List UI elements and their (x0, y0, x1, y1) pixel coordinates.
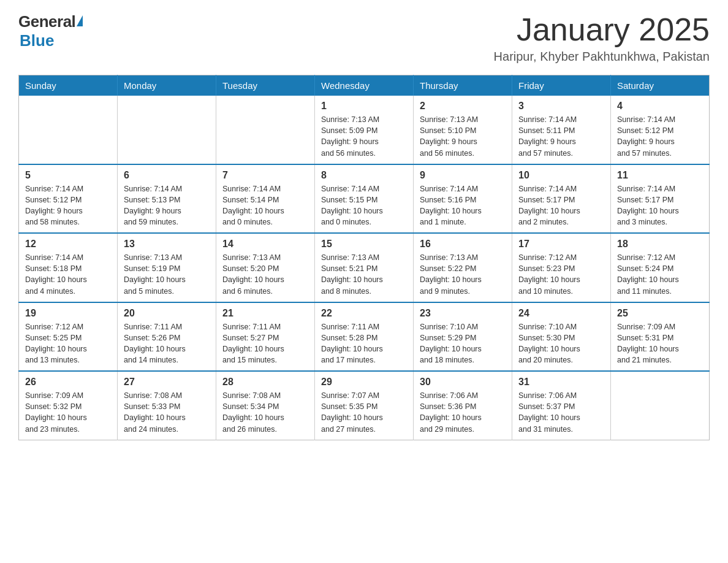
day-info: Sunrise: 7:14 AM Sunset: 5:18 PM Dayligh… (25, 252, 111, 297)
logo-general-text: General (18, 12, 75, 31)
header-tuesday: Tuesday (216, 75, 315, 96)
day-info: Sunrise: 7:14 AM Sunset: 5:13 PM Dayligh… (124, 183, 210, 228)
calendar-day-6: 6Sunrise: 7:14 AM Sunset: 5:13 PM Daylig… (118, 164, 216, 234)
calendar-day-30: 30Sunrise: 7:06 AM Sunset: 5:36 PM Dayli… (414, 371, 512, 440)
day-info: Sunrise: 7:09 AM Sunset: 5:32 PM Dayligh… (25, 390, 111, 435)
calendar-day-13: 13Sunrise: 7:13 AM Sunset: 5:19 PM Dayli… (118, 233, 216, 302)
calendar-day-28: 28Sunrise: 7:08 AM Sunset: 5:34 PM Dayli… (216, 371, 315, 440)
day-number: 31 (518, 377, 604, 388)
day-info: Sunrise: 7:13 AM Sunset: 5:22 PM Dayligh… (420, 252, 506, 297)
calendar-day-5: 5Sunrise: 7:14 AM Sunset: 5:12 PM Daylig… (19, 164, 118, 234)
day-info: Sunrise: 7:10 AM Sunset: 5:30 PM Dayligh… (518, 321, 604, 366)
calendar-day-27: 27Sunrise: 7:08 AM Sunset: 5:33 PM Dayli… (118, 371, 216, 440)
day-info: Sunrise: 7:13 AM Sunset: 5:19 PM Dayligh… (124, 252, 210, 297)
calendar-day-1: 1Sunrise: 7:13 AM Sunset: 5:09 PM Daylig… (315, 96, 414, 164)
day-info: Sunrise: 7:14 AM Sunset: 5:11 PM Dayligh… (518, 114, 604, 159)
day-info: Sunrise: 7:14 AM Sunset: 5:15 PM Dayligh… (321, 183, 407, 228)
calendar-day-29: 29Sunrise: 7:07 AM Sunset: 5:35 PM Dayli… (315, 371, 414, 440)
day-info: Sunrise: 7:12 AM Sunset: 5:23 PM Dayligh… (518, 252, 604, 297)
page-header: General Blue January 2025 Haripur, Khybe… (18, 12, 710, 64)
calendar-week-2: 5Sunrise: 7:14 AM Sunset: 5:12 PM Daylig… (19, 164, 710, 234)
day-info: Sunrise: 7:09 AM Sunset: 5:31 PM Dayligh… (617, 321, 703, 366)
calendar-day-9: 9Sunrise: 7:14 AM Sunset: 5:16 PM Daylig… (414, 164, 512, 234)
calendar-table: SundayMondayTuesdayWednesdayThursdayFrid… (18, 75, 710, 440)
day-info: Sunrise: 7:14 AM Sunset: 5:12 PM Dayligh… (617, 114, 703, 159)
day-number: 18 (617, 239, 703, 250)
day-number: 16 (420, 239, 506, 250)
day-number: 23 (420, 308, 506, 319)
calendar-empty-cell (611, 371, 710, 440)
day-info: Sunrise: 7:06 AM Sunset: 5:36 PM Dayligh… (420, 390, 506, 435)
calendar-day-12: 12Sunrise: 7:14 AM Sunset: 5:18 PM Dayli… (19, 233, 118, 302)
day-number: 20 (124, 308, 210, 319)
day-number: 11 (617, 170, 703, 181)
header-thursday: Thursday (414, 75, 512, 96)
calendar-day-15: 15Sunrise: 7:13 AM Sunset: 5:21 PM Dayli… (315, 233, 414, 302)
day-number: 21 (222, 308, 308, 319)
calendar-day-16: 16Sunrise: 7:13 AM Sunset: 5:22 PM Dayli… (414, 233, 512, 302)
logo: General Blue (18, 12, 83, 50)
calendar-day-7: 7Sunrise: 7:14 AM Sunset: 5:14 PM Daylig… (216, 164, 315, 234)
calendar-day-24: 24Sunrise: 7:10 AM Sunset: 5:30 PM Dayli… (512, 302, 611, 372)
day-info: Sunrise: 7:11 AM Sunset: 5:28 PM Dayligh… (321, 321, 407, 366)
day-number: 7 (222, 170, 308, 181)
day-number: 25 (617, 308, 703, 319)
day-info: Sunrise: 7:10 AM Sunset: 5:29 PM Dayligh… (420, 321, 506, 366)
day-number: 13 (124, 239, 210, 250)
day-info: Sunrise: 7:14 AM Sunset: 5:17 PM Dayligh… (518, 183, 604, 228)
calendar-empty-cell (19, 96, 118, 164)
calendar-day-14: 14Sunrise: 7:13 AM Sunset: 5:20 PM Dayli… (216, 233, 315, 302)
calendar-day-4: 4Sunrise: 7:14 AM Sunset: 5:12 PM Daylig… (611, 96, 710, 164)
calendar-week-3: 12Sunrise: 7:14 AM Sunset: 5:18 PM Dayli… (19, 233, 710, 302)
day-number: 30 (420, 377, 506, 388)
day-info: Sunrise: 7:12 AM Sunset: 5:24 PM Dayligh… (617, 252, 703, 297)
calendar-empty-cell (118, 96, 216, 164)
logo-blue-text: Blue (20, 31, 54, 50)
day-info: Sunrise: 7:14 AM Sunset: 5:16 PM Dayligh… (420, 183, 506, 228)
calendar-day-22: 22Sunrise: 7:11 AM Sunset: 5:28 PM Dayli… (315, 302, 414, 372)
calendar-header-row: SundayMondayTuesdayWednesdayThursdayFrid… (19, 75, 710, 96)
day-number: 8 (321, 170, 407, 181)
title-block: January 2025 Haripur, Khyber Pakhtunkhwa… (494, 12, 710, 64)
day-number: 10 (518, 170, 604, 181)
day-number: 12 (25, 239, 111, 250)
day-info: Sunrise: 7:14 AM Sunset: 5:14 PM Dayligh… (222, 183, 308, 228)
day-info: Sunrise: 7:14 AM Sunset: 5:17 PM Dayligh… (617, 183, 703, 228)
header-sunday: Sunday (19, 75, 118, 96)
day-number: 14 (222, 239, 308, 250)
page-title: January 2025 (494, 12, 710, 47)
calendar-day-19: 19Sunrise: 7:12 AM Sunset: 5:25 PM Dayli… (19, 302, 118, 372)
day-number: 19 (25, 308, 111, 319)
day-number: 22 (321, 308, 407, 319)
day-number: 17 (518, 239, 604, 250)
header-saturday: Saturday (611, 75, 710, 96)
day-number: 1 (321, 101, 407, 112)
day-number: 5 (25, 170, 111, 181)
calendar-day-17: 17Sunrise: 7:12 AM Sunset: 5:23 PM Dayli… (512, 233, 611, 302)
day-info: Sunrise: 7:13 AM Sunset: 5:21 PM Dayligh… (321, 252, 407, 297)
calendar-day-3: 3Sunrise: 7:14 AM Sunset: 5:11 PM Daylig… (512, 96, 611, 164)
day-info: Sunrise: 7:12 AM Sunset: 5:25 PM Dayligh… (25, 321, 111, 366)
day-number: 9 (420, 170, 506, 181)
day-number: 28 (222, 377, 308, 388)
logo-triangle-icon (77, 15, 83, 26)
day-number: 27 (124, 377, 210, 388)
calendar-day-11: 11Sunrise: 7:14 AM Sunset: 5:17 PM Dayli… (611, 164, 710, 234)
day-info: Sunrise: 7:08 AM Sunset: 5:34 PM Dayligh… (222, 390, 308, 435)
calendar-day-2: 2Sunrise: 7:13 AM Sunset: 5:10 PM Daylig… (414, 96, 512, 164)
day-number: 2 (420, 101, 506, 112)
day-info: Sunrise: 7:13 AM Sunset: 5:09 PM Dayligh… (321, 114, 407, 159)
calendar-day-23: 23Sunrise: 7:10 AM Sunset: 5:29 PM Dayli… (414, 302, 512, 372)
calendar-day-21: 21Sunrise: 7:11 AM Sunset: 5:27 PM Dayli… (216, 302, 315, 372)
day-number: 4 (617, 101, 703, 112)
day-info: Sunrise: 7:11 AM Sunset: 5:27 PM Dayligh… (222, 321, 308, 366)
day-info: Sunrise: 7:08 AM Sunset: 5:33 PM Dayligh… (124, 390, 210, 435)
calendar-week-1: 1Sunrise: 7:13 AM Sunset: 5:09 PM Daylig… (19, 96, 710, 164)
day-number: 24 (518, 308, 604, 319)
header-monday: Monday (118, 75, 216, 96)
calendar-day-10: 10Sunrise: 7:14 AM Sunset: 5:17 PM Dayli… (512, 164, 611, 234)
header-friday: Friday (512, 75, 611, 96)
day-info: Sunrise: 7:13 AM Sunset: 5:20 PM Dayligh… (222, 252, 308, 297)
day-number: 6 (124, 170, 210, 181)
subtitle: Haripur, Khyber Pakhtunkhwa, Pakistan (494, 50, 710, 64)
